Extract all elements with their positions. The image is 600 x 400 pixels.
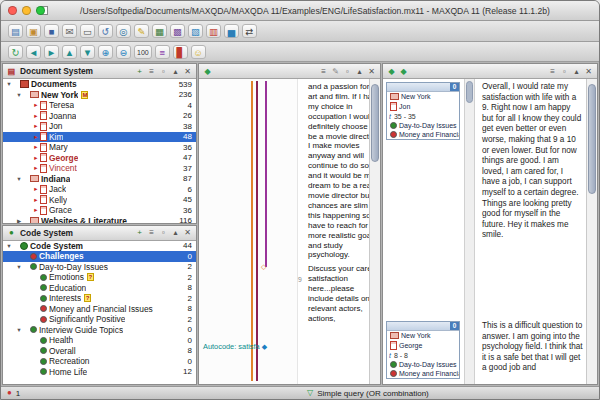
document-row[interactable]: ▸Kelly45 xyxy=(3,195,196,206)
collapse-twisty-icon[interactable]: ▼ xyxy=(5,243,13,249)
coding-stripe-maroon[interactable] xyxy=(256,81,258,381)
close-panel-icon[interactable]: ✕ xyxy=(583,66,594,77)
stripe-boundary-diamond-icon[interactable]: ◇ xyxy=(261,263,266,271)
new-code-icon[interactable]: + xyxy=(134,227,145,238)
next-document-icon[interactable]: ► xyxy=(44,45,59,59)
highlight-coding-icon[interactable]: ▊ xyxy=(173,45,188,59)
coding-stripe-options-icon[interactable]: ◆ xyxy=(202,66,213,77)
code-matrix-browser-icon[interactable]: ▩ xyxy=(170,24,185,38)
document-row[interactable]: ▸Vincent37 xyxy=(3,163,196,174)
document-row[interactable]: ▼Documents539 xyxy=(3,79,196,90)
code-settings-icon[interactable]: ≡ xyxy=(146,227,157,238)
zoom-out-icon[interactable]: ⊖ xyxy=(116,45,131,59)
emoticode-icon[interactable]: ☺ xyxy=(191,45,206,59)
segment-card-row[interactable]: New York xyxy=(387,331,459,340)
document-row[interactable]: ▸Jack6 xyxy=(3,184,196,195)
code-row[interactable]: Significantly Positive2 xyxy=(3,314,196,325)
memo-manager-icon[interactable]: ✎ xyxy=(134,24,149,38)
document-browser-scrollbar[interactable] xyxy=(369,79,380,384)
memo-icon[interactable]: M xyxy=(81,91,88,99)
lexical-search-icon[interactable]: ◎ xyxy=(116,24,131,38)
maximize-panel-icon[interactable]: ▴ xyxy=(571,66,582,77)
expand-twisty-icon[interactable]: ▶ xyxy=(15,218,23,223)
segment-card-row[interactable]: Day-to-Day Issues xyxy=(387,360,459,369)
undock-panel-icon[interactable]: ▫ xyxy=(158,227,169,238)
code-row[interactable]: ▼Code System44 xyxy=(3,241,196,252)
document-row[interactable]: ▸Joanna26 xyxy=(3,111,196,122)
code-relations-browser-icon[interactable]: ▧ xyxy=(188,24,203,38)
email-icon[interactable]: ✉ xyxy=(62,24,77,38)
zoom-in-icon[interactable]: ⊕ xyxy=(98,45,113,59)
scrollbar-thumb[interactable] xyxy=(466,81,473,103)
document-browser-body[interactable]: ◇ and a passion for art and film. If I h… xyxy=(199,79,380,384)
teamwork-icon[interactable]: ⇄ xyxy=(242,24,257,38)
edit-mode-icon[interactable]: ✎ xyxy=(330,66,341,77)
save-project-icon[interactable]: ■ xyxy=(44,24,59,38)
collapse-twisty-icon[interactable]: ▼ xyxy=(5,81,13,87)
document-row[interactable]: ▸Grace36 xyxy=(3,205,196,216)
undock-panel-icon[interactable]: ▫ xyxy=(158,66,169,77)
memo-icon[interactable]: ? xyxy=(87,273,94,281)
segment-text[interactable]: Overall, I would rate my satisfaction wi… xyxy=(482,82,583,241)
code-row[interactable]: Interests?2 xyxy=(3,293,196,304)
new-document-group-icon[interactable]: + xyxy=(134,66,145,77)
retrieval-options-icon[interactable]: ≡ xyxy=(547,66,558,77)
segment-text[interactable]: This is a difficult question to answer. … xyxy=(482,321,583,374)
scrollbar-thumb[interactable] xyxy=(588,84,596,194)
display-settings-icon[interactable]: ≡ xyxy=(318,66,329,77)
scrollbar-thumb[interactable] xyxy=(371,84,379,162)
query-mode-group[interactable]: ▽ Simple query (OR combination) xyxy=(307,388,429,398)
minimize-window-button[interactable] xyxy=(22,6,31,15)
previous-segment-icon[interactable]: ▲ xyxy=(62,45,77,59)
activated-documents-icon[interactable]: ● xyxy=(7,388,12,398)
segment-info-card[interactable]: 0New YorkGeorget8 - 8Day-to-Day IssuesMo… xyxy=(386,321,460,379)
segment-card-row[interactable]: Money and Financial Is... xyxy=(387,130,459,139)
collapse-twisty-icon[interactable]: ▼ xyxy=(15,92,23,98)
title-bar[interactable]: /Users/Softpedia/Documents/MAXQDA/MAXQDA… xyxy=(1,1,599,21)
code-row[interactable]: Emotions?2 xyxy=(3,272,196,283)
document-row[interactable]: ▸George47 xyxy=(3,153,196,164)
zoom-window-button[interactable] xyxy=(36,6,45,15)
printer-icon[interactable]: ▭ xyxy=(80,24,95,38)
next-segment-icon[interactable]: ▼ xyxy=(80,45,95,59)
document-settings-icon[interactable]: ≡ xyxy=(146,66,157,77)
document-row[interactable]: ▸Kim48 xyxy=(3,132,196,143)
memo-icon[interactable]: ? xyxy=(84,294,91,302)
coding-stripes-area[interactable]: ◇ xyxy=(199,79,298,384)
previous-retrieved-segment-icon[interactable]: ◆ xyxy=(386,66,397,77)
collapse-twisty-icon[interactable]: ▼ xyxy=(15,176,23,182)
document-row[interactable]: ▸Mary36 xyxy=(3,142,196,153)
close-panel-icon[interactable]: ✕ xyxy=(182,66,193,77)
document-row[interactable]: ▼New YorkM236 xyxy=(3,90,196,101)
overview-codings-icon[interactable]: ▦ xyxy=(152,24,167,38)
coding-stripe-purple[interactable] xyxy=(265,81,267,267)
undo-icon[interactable]: ↺ xyxy=(98,24,113,38)
code-row[interactable]: Challenges0 xyxy=(3,251,196,262)
segment-card-row[interactable]: Money and Financial Is... xyxy=(387,369,459,378)
code-row[interactable]: ▼Interview Guide Topics0 xyxy=(3,325,196,336)
open-project-icon[interactable]: ▣ xyxy=(26,24,41,38)
maximize-panel-icon[interactable]: ▴ xyxy=(170,227,181,238)
zoom-level-icon[interactable]: 100 xyxy=(134,45,152,59)
maximize-panel-icon[interactable]: ▴ xyxy=(354,66,365,77)
close-panel-icon[interactable]: ✕ xyxy=(182,227,193,238)
statistics-icon[interactable]: ▅ xyxy=(224,24,239,38)
segment-card-row[interactable]: Day-to-Day Issues xyxy=(387,121,459,130)
code-row[interactable]: Education8 xyxy=(3,283,196,294)
coding-stripe-orange[interactable] xyxy=(251,81,253,381)
segments-inner-scrollbar[interactable] xyxy=(464,79,475,384)
collapse-twisty-icon[interactable]: ▼ xyxy=(15,264,23,270)
new-project-icon[interactable]: ▤ xyxy=(8,24,23,38)
code-row[interactable]: Home Life12 xyxy=(3,367,196,378)
document-row[interactable]: ▼Indiana87 xyxy=(3,174,196,185)
previous-document-icon[interactable]: ◄ xyxy=(26,45,41,59)
refresh-activation-icon[interactable]: ↻ xyxy=(8,45,23,59)
undock-panel-icon[interactable]: ▫ xyxy=(342,66,353,77)
segment-card-row[interactable]: New York xyxy=(387,92,459,101)
code-row[interactable]: Recreation0 xyxy=(3,356,196,367)
segment-card-row[interactable]: Jon xyxy=(387,101,459,112)
retrieved-segments-scrollbar[interactable] xyxy=(586,79,597,384)
segment-info-card[interactable]: 0New YorkJont35 - 35Day-to-Day IssuesMon… xyxy=(386,82,460,140)
code-row[interactable]: Health0 xyxy=(3,335,196,346)
code-row[interactable]: Money and Financial Issues8 xyxy=(3,304,196,315)
